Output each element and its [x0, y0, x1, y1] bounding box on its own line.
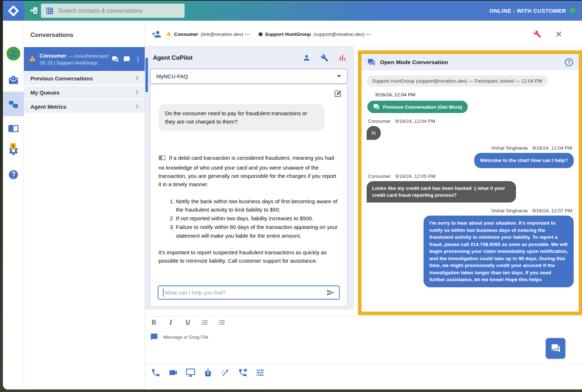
numbered-list-button[interactable]: [201, 318, 209, 326]
conversations-title: Conversations: [30, 32, 73, 39]
agent-person-icon[interactable]: [302, 54, 311, 62]
answer-intro: If a debit card transaction is considere…: [158, 155, 336, 188]
transfer-call-icon[interactable]: [238, 368, 248, 378]
message-time: 9/16/24, 12:04 PM: [532, 145, 572, 151]
copilot-settings-wrench-icon[interactable]: [321, 54, 329, 62]
answer-outro: It's important to report suspected fraud…: [158, 248, 339, 265]
help-icon[interactable]: ?: [565, 58, 573, 66]
section-my-queues[interactable]: My Queues: [24, 86, 145, 99]
section-label: Previous Conversations: [30, 75, 133, 82]
sidebar-item-profile[interactable]: [3, 47, 24, 61]
message-meta: Consumer 9/16/24, 12:05 PM: [368, 174, 572, 179]
message-group: Consumer 9/16/24, 12:04 PM hi: [367, 118, 574, 140]
answer-step: If not reported within two days, liabili…: [176, 214, 339, 222]
screen-share-icon[interactable]: [186, 368, 195, 378]
chat-icon[interactable]: [123, 56, 130, 63]
participant-consumer-name: Consumer: [174, 32, 198, 37]
sidebar-item-knowledge[interactable]: [3, 123, 24, 134]
chat-bubbles-icon: [8, 100, 19, 110]
message-meta: Consumer 9/16/24, 12:04 PM: [368, 118, 572, 124]
message-bubble-icon: [150, 333, 158, 341]
sidebar-item-inbox[interactable]: [3, 75, 24, 86]
knowledge-base-value: MyNCU-FAQ: [156, 73, 337, 79]
search-bar[interactable]: [41, 4, 185, 18]
phone-call-icon[interactable]: [151, 368, 161, 378]
section-label: Agent Metrics: [30, 104, 133, 110]
message-time: 9/16/24, 12:07 PM: [532, 208, 572, 213]
transfer-chat-icon[interactable]: [112, 56, 119, 63]
answer-steps: Notify the bank within two business days…: [158, 197, 339, 240]
close-icon[interactable]: [554, 30, 563, 40]
settings-sliders-icon[interactable]: [255, 368, 265, 378]
copilot-title: Agent CoPilot: [153, 54, 302, 61]
file-share-icon[interactable]: [203, 368, 213, 378]
message-meta: Vishal Singhania 9/16/24, 12:07 PM: [368, 208, 572, 213]
app-window: ONLINE - WITH CUSTOMER 1: [3, 1, 582, 389]
avatar: [7, 47, 20, 61]
open-mode-messages: Support HuntGroup (support@revation.dev)…: [362, 70, 579, 287]
participant-huntgroup-meta: (support@revation.dev) —: [313, 32, 371, 37]
agent-status-label: ONLINE - WITH CUSTOMER: [490, 8, 566, 14]
section-agent-metrics[interactable]: Agent Metrics: [24, 100, 145, 113]
agent-status[interactable]: ONLINE - WITH CUSTOMER: [490, 1, 575, 21]
top-bar: ONLINE - WITH CUSTOMER: [3, 1, 582, 21]
message-sender: Vishal Singhania: [491, 145, 528, 151]
search-input[interactable]: [58, 8, 180, 14]
previous-conversation-button[interactable]: Previous Conversation (Get More): [367, 101, 468, 113]
copilot-answer-card: Do the consumer need to pay for fraudule…: [150, 84, 347, 306]
more-options-icon[interactable]: [135, 56, 141, 62]
section-previous-conversations[interactable]: Previous Conversations: [24, 72, 145, 85]
add-participant-icon[interactable]: [152, 29, 161, 41]
copilot-search-box: [158, 285, 340, 300]
message-sender: Consumer: [368, 118, 391, 124]
metrics-chart-icon[interactable]: [338, 54, 347, 62]
conversation-header: Consumer (link@revation.dev) — Support H…: [145, 21, 582, 46]
participant-huntgroup-name: Support HuntGroup: [265, 32, 311, 37]
settings-badge: 1: [10, 143, 16, 149]
conversation-item-consumer[interactable]: Consumer — Unauthenticated 10:25 | Suppo…: [24, 47, 145, 71]
help-icon: [8, 169, 19, 180]
person-icon: [9, 49, 18, 58]
message-input[interactable]: Message or Drag File: [150, 333, 208, 341]
answer-step: Notify the bank within two business days…: [176, 197, 339, 214]
scrollbar-thumb[interactable]: [145, 58, 148, 92]
conversation-timer: 10:25: [40, 61, 53, 66]
copilot-question-bubble: Do the consumer need to pay for fraudule…: [158, 104, 325, 131]
underline-button[interactable]: U: [184, 319, 191, 326]
sidebar-item-help[interactable]: [3, 169, 24, 180]
agent-copilot-panel: Agent CoPilot MyNCU-FAQ: [145, 46, 354, 310]
verified-inbox-icon: [8, 75, 19, 86]
call-toolbar: [151, 368, 265, 378]
new-question-icon[interactable]: [334, 89, 342, 99]
send-icon[interactable]: [326, 288, 335, 297]
knowledge-base-dropdown[interactable]: MyNCU-FAQ: [150, 69, 347, 84]
warning-icon: [29, 55, 36, 63]
sidebar-item-conversations[interactable]: [3, 100, 24, 110]
conversation-status: — Unauthenticated: [68, 53, 108, 59]
previous-conversation-label: Previous Conversation (Get More): [383, 104, 462, 110]
sidebar-item-settings[interactable]: 1: [3, 145, 24, 156]
message-sender: Consumer: [368, 174, 391, 179]
participant-joined-notice: Support HuntGroup (support@revation.dev)…: [367, 75, 548, 87]
bold-button[interactable]: B: [150, 318, 157, 326]
open-mode-header: Open Mode Conversation ?: [362, 54, 579, 70]
italic-button[interactable]: I: [167, 318, 174, 326]
message-time: 9/16/24, 12:05 PM: [395, 174, 435, 179]
smart-suggest-icon[interactable]: [220, 368, 230, 378]
app-logo[interactable]: [3, 1, 24, 21]
diamond-logo-icon: [8, 5, 19, 16]
copilot-search-input[interactable]: [164, 289, 326, 296]
chevron-right-icon: [133, 103, 140, 110]
add-contact-icon[interactable]: [29, 6, 38, 17]
chat-history-icon: [373, 104, 380, 110]
video-call-icon[interactable]: [168, 368, 178, 378]
date-header: 9/16/24, 12:04 PM: [375, 92, 574, 97]
tools-wrench-icon[interactable]: [533, 30, 541, 39]
open-chat-button[interactable]: [546, 338, 565, 359]
chevron-right-icon: [133, 89, 140, 96]
message-group: Consumer 9/16/24, 12:05 PM Looks like my…: [367, 174, 574, 203]
bullet-list-button[interactable]: [218, 318, 226, 326]
section-label: My Queues: [30, 89, 133, 96]
open-mode-title: Open Mode Conversation: [380, 59, 560, 66]
conversation-item-text: Consumer — Unauthenticated 10:25 | Suppo…: [40, 53, 112, 66]
